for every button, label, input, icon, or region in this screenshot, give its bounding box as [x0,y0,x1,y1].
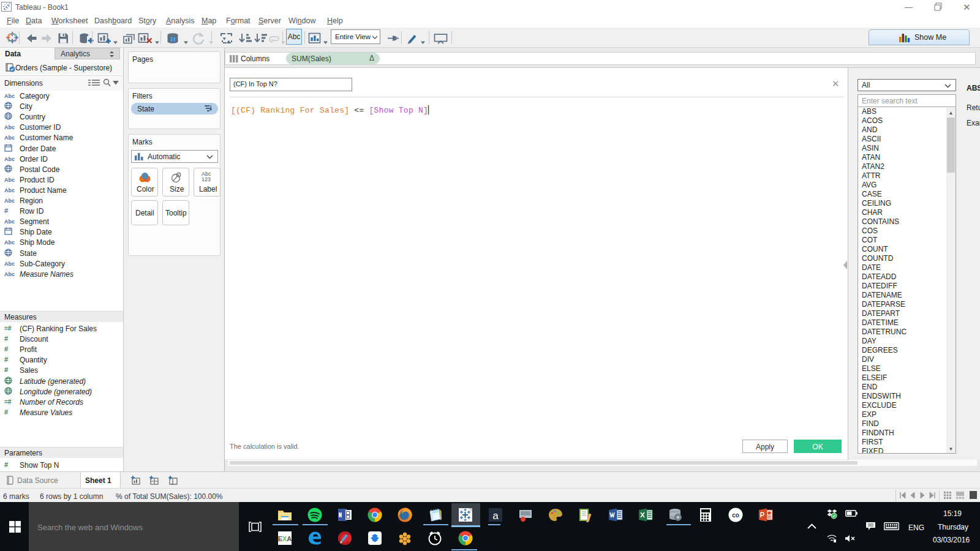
svg-text:a: a [492,510,499,522]
svg-text:co: co [732,512,739,519]
svg-text:EXA: EXA [278,535,292,542]
